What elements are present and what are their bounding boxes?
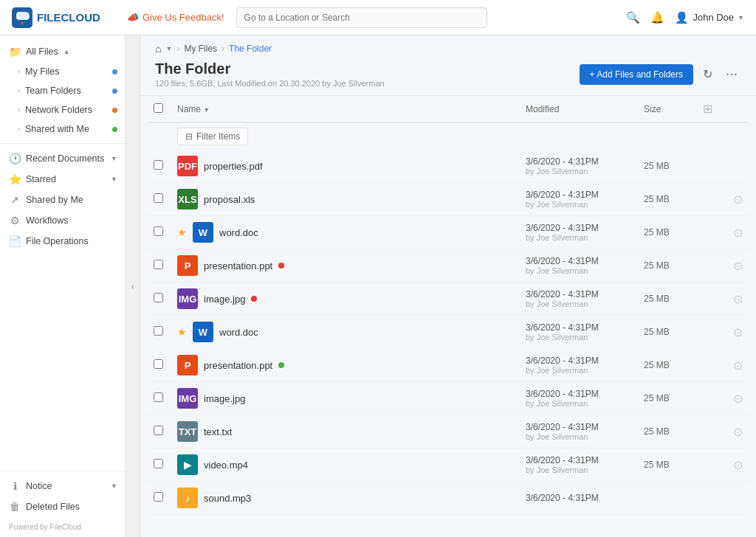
row-checkbox-8[interactable]: [154, 426, 163, 435]
file-type-icon: IMG: [177, 388, 198, 409]
modified-date: 3/6/2020 - 4:31PM: [526, 322, 632, 333]
file-type-icon: W: [193, 322, 213, 342]
sidebar-item-my-files[interactable]: › My Files: [0, 62, 125, 81]
file-name[interactable]: presentation.ppt: [204, 360, 272, 371]
view-col: [697, 316, 719, 349]
row-action-button[interactable]: ⊙: [733, 226, 743, 239]
row-action-button[interactable]: ⊙: [733, 359, 743, 372]
row-checkbox-3[interactable]: [154, 260, 163, 269]
row-checkbox-1[interactable]: [154, 193, 163, 203]
starred-label: Starred: [26, 174, 56, 184]
modified-by: by Joe Silverman: [526, 266, 632, 275]
search-input[interactable]: [236, 7, 487, 28]
grid-view-icon[interactable]: ⊞: [703, 103, 712, 115]
col-name-header[interactable]: Name ▼: [171, 96, 520, 122]
sidebar-item-team-folders[interactable]: › Team Folders: [0, 81, 125, 100]
workflows-label: Workflows: [26, 215, 68, 226]
table-row: ★Wword.doc3/6/2020 - 4:31PMby Joe Silver…: [148, 316, 749, 349]
view-col: [697, 249, 719, 283]
row-action-button[interactable]: ⊙: [733, 426, 743, 438]
row-checkbox-7[interactable]: [154, 392, 163, 402]
starred-icon[interactable]: ★: [177, 226, 187, 238]
modified-date: 3/6/2020 - 4:31PM: [526, 356, 632, 366]
my-files-label: My Files: [25, 66, 60, 77]
sidebar-item-deleted-files[interactable]: 🗑 Deleted Files: [0, 496, 125, 517]
file-name[interactable]: image.jpg: [204, 393, 245, 404]
sidebar-item-starred[interactable]: ⭐ Starred ▼: [0, 169, 125, 190]
file-name[interactable]: sound.mp3: [204, 493, 251, 504]
modified-date: 3/6/2020 - 4:31PM: [526, 493, 632, 503]
view-col: [697, 349, 719, 382]
row-checkbox-6[interactable]: [154, 359, 163, 369]
row-checkbox-4[interactable]: [154, 293, 163, 302]
view-col: [697, 448, 719, 482]
file-name[interactable]: image.jpg: [204, 294, 245, 305]
sidebar-collapse-toggle[interactable]: ‹: [126, 35, 140, 537]
modified-cell: 3/6/2020 - 4:31PMby Joe Silverman: [520, 150, 638, 183]
notifications-icon[interactable]: 🔔: [650, 11, 664, 24]
view-col: [697, 382, 719, 415]
feedback-label: Give Us Feedback!: [142, 12, 224, 23]
file-name[interactable]: proposal.xls: [204, 194, 255, 205]
row-action-button[interactable]: ⊙: [733, 260, 743, 272]
sidebar-item-all-files[interactable]: 📁 All Files ▲: [0, 41, 125, 62]
breadcrumb-dropdown-icon[interactable]: ▼: [165, 45, 172, 52]
select-all-checkbox[interactable]: [154, 103, 163, 113]
notice-arrow: ▼: [111, 482, 117, 490]
sidebar-item-shared-with-me[interactable]: › Shared with Me: [0, 119, 125, 139]
sidebar-item-workflows[interactable]: ⚙ Workflows: [0, 210, 125, 231]
file-name[interactable]: text.txt: [204, 426, 232, 437]
row-action-button[interactable]: ⊙: [733, 459, 743, 471]
row-action-button[interactable]: ⊙: [733, 392, 743, 405]
col-action-header: [719, 96, 749, 122]
sidebar-item-recent-docs[interactable]: 🕐 Recent Documents ▼: [0, 148, 125, 169]
file-name[interactable]: word.doc: [219, 327, 258, 338]
action-cell: ⊙: [719, 216, 749, 249]
refresh-button[interactable]: ↻: [699, 63, 716, 85]
row-action-button[interactable]: ⊙: [733, 326, 743, 339]
megaphone-icon: 📣: [127, 12, 139, 23]
row-checkbox-2[interactable]: [154, 226, 163, 236]
file-type-icon: P: [177, 355, 198, 375]
filter-button[interactable]: ⊟ Filter Items: [177, 128, 248, 145]
clock-icon: 🕐: [9, 153, 21, 164]
file-table-wrap: Name ▼ Modified Size ⊞: [140, 96, 756, 537]
logo[interactable]: FILECLOUD: [12, 7, 115, 28]
file-name[interactable]: properties.pdf: [204, 161, 263, 172]
file-name-cell: ♪sound.mp3: [177, 488, 514, 508]
file-name[interactable]: video.mp4: [204, 460, 248, 471]
row-checkbox-5[interactable]: [154, 326, 163, 336]
starred-icon[interactable]: ★: [177, 326, 187, 338]
logo-text: FILECLOUD: [37, 11, 100, 24]
col-view-header[interactable]: ⊞: [697, 96, 719, 122]
sidebar-item-notice[interactable]: ℹ Notice ▼: [0, 476, 125, 496]
breadcrumb-my-files[interactable]: My Files: [184, 44, 217, 54]
file-type-icon: ♪: [177, 488, 198, 508]
team-folders-arrow: ›: [18, 87, 20, 94]
row-checkbox-10[interactable]: [154, 492, 163, 502]
user-menu[interactable]: 👤 John Doe ▼: [675, 11, 744, 24]
sidebar-item-file-operations[interactable]: 📄 File Operations: [0, 231, 125, 252]
sidebar-item-network-folders[interactable]: › Network Folders: [0, 100, 125, 119]
row-action-button[interactable]: ⊙: [733, 193, 743, 206]
modified-cell: 3/6/2020 - 4:31PMby Joe Silverman: [520, 216, 638, 249]
search-icon[interactable]: 🔍: [626, 11, 640, 24]
feedback-banner[interactable]: 📣 Give Us Feedback!: [127, 12, 224, 23]
row-checkbox-9[interactable]: [154, 459, 163, 468]
size-cell: 25 MB: [638, 150, 697, 183]
modified-cell: 3/6/2020 - 4:31PMby Joe Silverman: [520, 415, 638, 448]
breadcrumb-current-folder: The Folder: [229, 44, 272, 54]
file-name[interactable]: presentation.ppt: [204, 260, 272, 271]
file-name-cell: XLSproposal.xls: [177, 189, 514, 209]
breadcrumb-home-icon[interactable]: ⌂: [155, 43, 161, 55]
more-options-button[interactable]: ⋯: [722, 63, 741, 85]
sidebar-item-shared-by-me[interactable]: ↗ Shared by Me: [0, 190, 125, 210]
add-files-button[interactable]: + Add Files and Folders: [580, 64, 693, 85]
row-checkbox-0[interactable]: [154, 160, 163, 170]
size-cell: [638, 482, 697, 515]
recent-docs-label: Recent Documents: [26, 153, 104, 164]
size-cell: 25 MB: [638, 216, 697, 249]
file-name[interactable]: word.doc: [219, 227, 258, 238]
row-action-button[interactable]: ⊙: [733, 293, 743, 305]
team-folders-dot: [112, 89, 117, 94]
